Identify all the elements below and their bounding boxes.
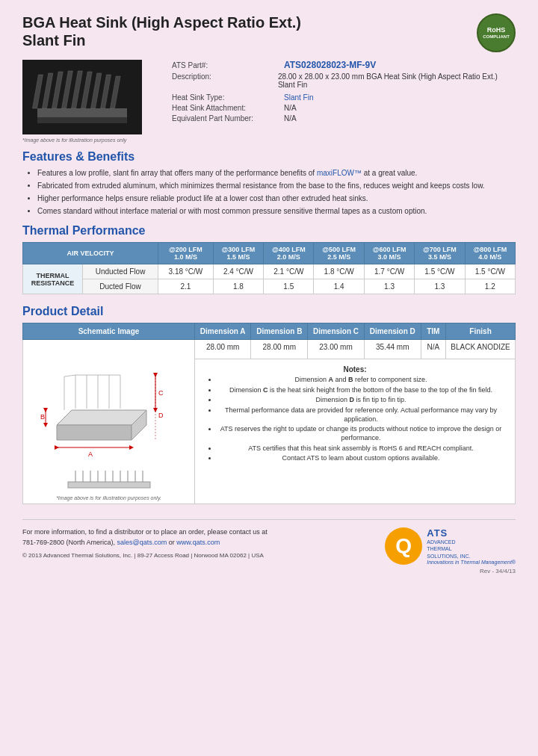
schematic-caption: *Image above is for illustration purpose…	[28, 495, 190, 501]
unducted-label: Unducted Flow	[83, 264, 158, 279]
thermal-resistance-label: THERMAL RESISTANCE	[23, 264, 83, 294]
table-cell: 1.2	[465, 279, 515, 294]
description-value: 28.00 x 28.00 x 23.00 mm BGA Heat Sink (…	[278, 72, 516, 89]
svg-rect-34	[68, 482, 150, 488]
heat-sink-type-value: Slant Fin	[284, 93, 313, 102]
page: BGA Heat Sink (High Aspect Ratio Ext.) S…	[0, 0, 538, 756]
table-row: Ducted Flow 2.1 1.8 1.5 1.4 1.3 1.3 1.2	[23, 279, 516, 294]
table-cell: 1.3	[415, 279, 465, 294]
list-item: Fabricated from extruded aluminum, which…	[37, 181, 516, 191]
ducted-label: Ducted Flow	[83, 279, 158, 294]
svg-text:A: A	[87, 450, 92, 458]
table-cell: 2.4 °C/W	[213, 264, 263, 279]
dim-b-value: 28.00 mm	[251, 340, 308, 359]
maxiflow-highlight: maxiFLOW™	[317, 169, 362, 177]
description-row: Description: 28.00 x 28.00 x 23.00 mm BG…	[172, 72, 516, 89]
footer-contact-label: For more information, to find a distribu…	[22, 528, 268, 536]
footer-logo: Q ATS ADVANCED THERMAL SOLUTIONS, INC. I…	[385, 527, 516, 565]
list-item: Dimension A and B refer to component siz…	[217, 376, 504, 385]
footer-contact-text: For more information, to find a distribu…	[22, 527, 268, 548]
table-cell: 1.5	[264, 279, 314, 294]
heat-sink-type-label: Heat Sink Type:	[172, 93, 284, 102]
dim-d-value: 35.44 mm	[364, 340, 421, 359]
col-800lfm: @800 LFM4.0 M/S	[465, 243, 515, 264]
svg-marker-12	[57, 410, 146, 425]
table-cell: 1.8 °C/W	[314, 264, 364, 279]
page-number: Rev - 34/4/13	[22, 568, 516, 574]
table-cell: 2.1	[158, 279, 214, 294]
list-item: Comes standard without interface materia…	[37, 206, 516, 217]
title-block: BGA Heat Sink (High Aspect Ratio Ext.) S…	[22, 13, 301, 49]
heat-sink-type-row: Heat Sink Type: Slant Fin	[172, 93, 516, 102]
dim-a-value: 28.00 mm	[195, 340, 251, 359]
col-200lfm: @200 LFM1.0 M/S	[158, 243, 214, 264]
footer-website[interactable]: www.qats.com	[176, 539, 220, 546]
list-item: ATS certifies that this heat sink assemb…	[217, 444, 504, 453]
features-list: Features a low profile, slant fin array …	[22, 168, 516, 217]
schematic-image-header: Schematic Image	[23, 323, 195, 340]
dim-c-value: 23.00 mm	[308, 340, 365, 359]
product-detail-section-title: Product Detail	[22, 305, 516, 318]
tim-value: N/A	[421, 340, 445, 359]
dim-c-header: Dimension C	[308, 323, 365, 340]
svg-line-21	[64, 375, 75, 377]
tim-header: TIM	[421, 323, 445, 340]
table-cell: 1.3	[364, 279, 414, 294]
svg-text:D: D	[158, 412, 164, 419]
dim-b-header: Dimension B	[251, 323, 308, 340]
finish-header: Finish	[446, 323, 516, 340]
list-item: Higher performance helps ensure reliable…	[37, 193, 516, 204]
product-image	[22, 60, 142, 134]
table-cell: 1.5 °C/W	[465, 264, 515, 279]
part-number-row: ATS Part#: ATS028028023-MF-9V	[172, 60, 516, 70]
attachment-row: Heat Sink Attachment: N/A	[172, 104, 516, 112]
svg-text:C: C	[158, 389, 164, 397]
dim-a-header: Dimension A	[195, 323, 251, 340]
equivalent-part-row: Equivalent Part Number: N/A	[172, 114, 516, 123]
equivalent-part-label: Equivalent Part Number:	[172, 114, 284, 123]
ats-text-block: ATS ADVANCED THERMAL SOLUTIONS, INC. Inn…	[427, 527, 516, 564]
notes-title: Notes:	[205, 365, 504, 374]
q-letter: Q	[395, 534, 412, 558]
schematic-svg: A B C D	[34, 343, 184, 462]
air-velocity-header: AIR VELOCITY	[23, 243, 158, 264]
dimensions-row: A B C D	[23, 340, 516, 359]
table-cell: 1.7 °C/W	[364, 264, 414, 279]
table-cell: 1.4	[314, 279, 364, 294]
svg-rect-11	[37, 117, 127, 123]
ats-q-logo: Q	[385, 527, 422, 565]
product-title: BGA Heat Sink (High Aspect Ratio Ext.) S…	[22, 13, 301, 49]
ats-letters: ATS	[427, 527, 516, 539]
attachment-label: Heat Sink Attachment:	[172, 104, 284, 112]
list-item: Dimension C is the heat sink height from…	[217, 386, 504, 395]
footer-copyright: © 2013 Advanced Thermal Solutions, Inc. …	[22, 552, 268, 559]
table-row: THERMAL RESISTANCE Unducted Flow 3.18 °C…	[23, 264, 516, 279]
col-500lfm: @500 LFM2.5 M/S	[314, 243, 364, 264]
table-cell: 1.5 °C/W	[415, 264, 465, 279]
rohs-text: RoHS	[487, 26, 506, 34]
footer-text-block: For more information, to find a distribu…	[22, 527, 268, 559]
image-caption: *Image above is for illustration purpose…	[22, 137, 157, 143]
notes-cell: Notes: Dimension A and B refer to compon…	[195, 359, 516, 504]
features-section-title: Features & Benefits	[22, 150, 516, 164]
product-info-section: *Image above is for illustration purpose…	[22, 60, 516, 143]
attachment-value: N/A	[284, 104, 297, 112]
table-cell: 2.1 °C/W	[264, 264, 314, 279]
notes-list: Dimension A and B refer to component siz…	[205, 376, 504, 463]
header-section: BGA Heat Sink (High Aspect Ratio Ext.) S…	[22, 13, 516, 52]
description-label: Description:	[172, 72, 278, 81]
footer-section: For more information, to find a distribu…	[22, 519, 516, 565]
rohs-compliant-text: COMPLIANT	[483, 34, 510, 40]
product-detail-table: Schematic Image Dimension A Dimension B …	[22, 323, 516, 504]
list-item: Thermal performance data are provided fo…	[217, 406, 504, 424]
footer-email[interactable]: sales@qats.com	[117, 539, 167, 546]
list-item: Dimension D is fin tip to fin tip.	[217, 396, 504, 405]
schematic-cell: A B C D	[23, 340, 195, 504]
svg-marker-13	[57, 425, 132, 440]
product-image-block: *Image above is for illustration purpose…	[22, 60, 157, 143]
part-number-value: ATS028028023-MF-9V	[284, 60, 376, 70]
rohs-badge: RoHS COMPLIANT	[477, 13, 516, 52]
thermal-performance-table: AIR VELOCITY @200 LFM1.0 M/S @300 LFM1.5…	[22, 242, 516, 294]
col-300lfm: @300 LFM1.5 M/S	[213, 243, 263, 264]
part-number-label: ATS Part#:	[172, 61, 284, 69]
